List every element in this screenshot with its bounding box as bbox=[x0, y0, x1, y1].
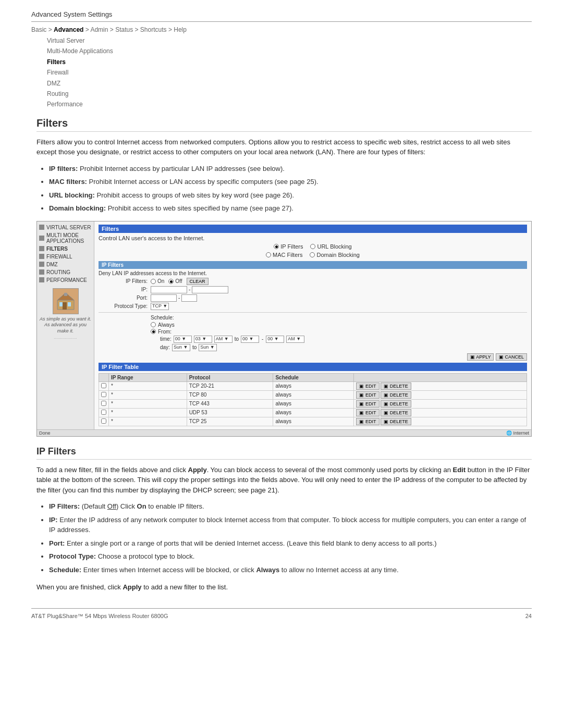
col-schedule: Schedule bbox=[273, 373, 354, 381]
header-title: Advanced System Settings bbox=[31, 10, 532, 18]
radio-off-btn[interactable] bbox=[168, 279, 174, 284]
row3-schedule: always bbox=[273, 399, 354, 408]
radio-off[interactable]: Off bbox=[168, 278, 182, 284]
time-from-m[interactable]: 03 ▼ bbox=[194, 336, 212, 343]
radio-domain-blocking[interactable]: Domain Blocking bbox=[310, 252, 360, 258]
day-to[interactable]: Sun ▼ bbox=[199, 344, 217, 351]
col-protocol: Protocol bbox=[187, 373, 273, 381]
radio-domain[interactable] bbox=[310, 252, 315, 257]
nav-bullet-icon bbox=[39, 269, 44, 275]
row2-delete[interactable]: ▣ DELETE bbox=[381, 391, 411, 399]
footer: AT&T Plug&Share™ 54 Mbps Wireless Router… bbox=[31, 608, 532, 619]
bc-basic[interactable]: Basic bbox=[31, 26, 46, 33]
row3-checkbox[interactable] bbox=[101, 401, 106, 406]
day-from[interactable]: Sun ▼ bbox=[172, 344, 190, 351]
ip-bullet-port: Port: Enter a single port or a range of … bbox=[49, 538, 532, 549]
schedule-section: Always From: time: 00 ▼ 03 ▼ AM ▼ to 00 … bbox=[99, 322, 527, 351]
router-control-text: Control LAN user's access to the Interne… bbox=[99, 235, 527, 258]
router-nav-routing[interactable]: ROUTING bbox=[37, 268, 94, 276]
sidebar-dmz[interactable]: DMZ bbox=[47, 78, 532, 89]
router-nav-firewall[interactable]: FIREWALL bbox=[37, 253, 94, 261]
row1-ip: * bbox=[109, 381, 187, 390]
bc-advanced[interactable]: Advanced bbox=[54, 26, 83, 33]
row3-protocol: TCP 443 bbox=[187, 399, 273, 408]
sidebar-multimode[interactable]: Multi-Mode Applications bbox=[47, 46, 532, 56]
time-from-ampm[interactable]: AM ▼ bbox=[214, 336, 232, 343]
ip-filters-title: IP Filters bbox=[36, 446, 532, 460]
radio-mac[interactable] bbox=[266, 252, 271, 257]
router-nav-multimode[interactable]: MULTI MODE APPLICATIONS bbox=[37, 231, 94, 245]
row2-checkbox[interactable] bbox=[101, 392, 106, 397]
main-content: Filters Filters allow you to control Int… bbox=[31, 117, 532, 593]
filters-intro: Filters allow you to control Internet ac… bbox=[36, 137, 532, 157]
radio-ip-filters[interactable]: IP Filters bbox=[274, 243, 303, 250]
router-nav-performance[interactable]: PERFORMANCE bbox=[37, 276, 94, 284]
table-row: * UDP 53 always ▣ EDIT ▣ DELETE bbox=[99, 408, 527, 417]
row5-checkbox[interactable] bbox=[101, 418, 106, 424]
row3-edit[interactable]: ▣ EDIT bbox=[356, 400, 379, 408]
row2-edit[interactable]: ▣ EDIT bbox=[356, 391, 379, 399]
clear-button[interactable]: CLEAR bbox=[187, 278, 209, 285]
radio-url-blocking[interactable]: URL Blocking bbox=[310, 243, 351, 250]
nav-bullet-icon bbox=[39, 262, 44, 267]
row1-edit[interactable]: ▣ EDIT bbox=[356, 382, 379, 390]
radio-url[interactable] bbox=[310, 244, 315, 249]
router-nav-virtual-server[interactable]: VIRTUAL SERVER bbox=[37, 224, 94, 231]
radio-always[interactable] bbox=[151, 322, 156, 327]
radio-on-btn[interactable] bbox=[151, 279, 156, 284]
ip-input[interactable] bbox=[151, 286, 187, 293]
radio-on[interactable]: On bbox=[151, 278, 164, 284]
sidebar-virtual-server[interactable]: Virtual Server bbox=[47, 35, 532, 46]
col-ip-range: IP Range bbox=[109, 373, 187, 381]
ip-filter-table: IP Range Protocol Schedule * TCP 20-21 a… bbox=[99, 373, 527, 426]
row3-delete[interactable]: ▣ DELETE bbox=[381, 400, 411, 408]
row4-edit[interactable]: ▣ EDIT bbox=[356, 409, 379, 416]
row5-protocol: TCP 25 bbox=[187, 417, 273, 426]
ip-filters-bullet-list: IP Filters: (Default Off) Click On to en… bbox=[36, 501, 532, 575]
row4-delete[interactable]: ▣ DELETE bbox=[381, 409, 411, 416]
row2-ip: * bbox=[109, 390, 187, 399]
bc-help[interactable]: Help bbox=[174, 26, 187, 33]
router-protocol-row: Protocol Type: TCP ▼ bbox=[99, 303, 527, 310]
port-input-end[interactable] bbox=[181, 294, 197, 302]
statusbar-right: 🌐 Internet bbox=[506, 430, 529, 436]
filters-title: Filters bbox=[36, 117, 532, 132]
nav-bullet-icon bbox=[39, 246, 44, 251]
row1-delete[interactable]: ▣ DELETE bbox=[381, 382, 411, 390]
time-to-ampm[interactable]: AM ▼ bbox=[286, 336, 304, 343]
ip-bullet-protocol: Protocol Type: Choose a protocol type to… bbox=[49, 551, 532, 562]
port-input[interactable] bbox=[151, 294, 177, 302]
sidebar-performance[interactable]: Performance bbox=[47, 99, 532, 109]
bc-shortcuts[interactable]: Shortcuts bbox=[140, 26, 167, 33]
statusbar-left: Done bbox=[39, 430, 51, 436]
sidebar-firewall[interactable]: Firewall bbox=[47, 67, 532, 78]
page-header: Advanced System Settings bbox=[31, 10, 532, 22]
radio-ip-selected[interactable] bbox=[274, 244, 279, 249]
table-row: * TCP 80 always ▣ EDIT ▣ DELETE bbox=[99, 390, 527, 399]
row4-checkbox[interactable] bbox=[101, 410, 106, 415]
sidebar-routing[interactable]: Routing bbox=[47, 89, 532, 99]
cancel-button[interactable]: ▣ CANCEL bbox=[496, 353, 527, 361]
router-nav-filters[interactable]: FILTERS bbox=[37, 245, 94, 253]
radio-mac-filters[interactable]: MAC Filters bbox=[266, 252, 302, 258]
time-to-m[interactable]: 00 ▼ bbox=[266, 336, 284, 343]
schedule-label: Schedule: bbox=[151, 315, 527, 320]
router-radio-row1: IP Filters URL Blocking bbox=[99, 243, 527, 250]
sidebar-filters[interactable]: Filters bbox=[47, 57, 532, 67]
time-to-h[interactable]: 00 ▼ bbox=[241, 336, 259, 343]
radio-from[interactable] bbox=[151, 329, 156, 334]
row2-protocol: TCP 80 bbox=[187, 390, 273, 399]
time-from-h[interactable]: 00 ▼ bbox=[174, 336, 192, 343]
row5-delete[interactable]: ▣ DELETE bbox=[381, 418, 411, 425]
row1-checkbox[interactable] bbox=[101, 383, 106, 388]
protocol-select[interactable]: TCP ▼ bbox=[151, 303, 169, 310]
divider bbox=[99, 312, 527, 313]
row1-schedule: always bbox=[273, 381, 354, 390]
router-nav-dmz[interactable]: DMZ bbox=[37, 261, 94, 268]
apply-button[interactable]: ▣ APPLY bbox=[467, 353, 494, 361]
bc-status[interactable]: Status bbox=[115, 26, 133, 33]
bc-admin[interactable]: Admin bbox=[90, 26, 108, 33]
nav-bullet-icon bbox=[39, 225, 44, 230]
row5-edit[interactable]: ▣ EDIT bbox=[356, 418, 379, 425]
ip-input-end[interactable] bbox=[192, 286, 228, 293]
